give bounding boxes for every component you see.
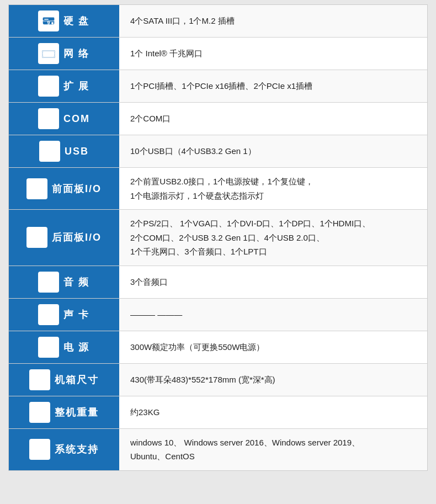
label-cell-rear-io: 后面板I/O	[9, 210, 119, 266]
value-text-audio: 3个音频口	[130, 275, 168, 289]
label-cell-expansion: 扩 展	[9, 70, 119, 102]
label-text-rear-io: 后面板I/O	[52, 231, 102, 244]
label-cell-weight: KG 整机重量	[9, 396, 119, 428]
svg-rect-53	[40, 443, 46, 449]
svg-rect-8	[44, 55, 45, 56]
label-cell-hard-disk: 9 硬 盘	[9, 5, 119, 37]
svg-rect-11	[51, 55, 52, 56]
svg-rect-35	[33, 235, 36, 237]
label-text-network: 网 络	[63, 47, 89, 60]
svg-rect-27	[46, 150, 54, 152]
svg-text:KG: KG	[37, 416, 42, 420]
label-text-os: 系统支持	[55, 443, 99, 456]
hdd-icon: 9	[38, 10, 59, 31]
row-os: 系统支持windows 10、 Windows server 2016、Wind…	[9, 429, 427, 470]
row-hard-disk: 9 硬 盘4个SATA III口，1个M.2 插槽	[9, 5, 427, 38]
svg-rect-10	[49, 55, 50, 56]
weight-icon: KG	[29, 402, 50, 423]
label-cell-network: 网 络	[9, 38, 119, 70]
label-text-chassis-size: 机箱尺寸	[55, 373, 99, 386]
expansion-icon	[38, 76, 59, 97]
label-text-com: COM	[63, 113, 90, 125]
value-cell-front-io: 2个前置USB2.0接口，1个电源按键，1个复位键，1个电源指示灯，1个硬盘状态…	[119, 168, 427, 209]
value-text-chassis-size: 430(带耳朵483)*552*178mm (宽*深*高)	[130, 373, 275, 387]
label-cell-chassis-size: 机箱尺寸	[9, 364, 119, 396]
com-icon	[38, 108, 59, 129]
svg-rect-55	[40, 450, 46, 455]
row-audio: 音 频3个音频口	[9, 266, 427, 299]
row-usb: USB10个USB口（4个USB3.2 Gen 1）	[9, 135, 427, 168]
svg-point-22	[48, 118, 49, 119]
svg-point-21	[46, 118, 47, 119]
value-text-sound-card: ——— ———	[130, 307, 182, 322]
row-com: COM2个COM口	[9, 103, 427, 135]
value-cell-network: 1个 Intel® 千兆网口	[119, 38, 427, 70]
row-power: 电 源300W额定功率（可更换550W电源）	[9, 331, 427, 364]
value-text-usb: 10个USB口（4个USB3.2 Gen 1）	[130, 144, 256, 158]
value-cell-os: windows 10、 Windows server 2016、Windows …	[119, 429, 427, 470]
svg-rect-31	[38, 186, 41, 188]
value-cell-weight: 约23KG	[119, 396, 427, 428]
value-cell-sound-card: ——— ———	[119, 299, 427, 331]
audio-icon	[38, 304, 59, 325]
panel-icon	[26, 227, 47, 248]
value-text-weight: 约23KG	[130, 405, 159, 420]
panel-icon	[26, 178, 47, 199]
svg-point-45	[36, 376, 38, 378]
value-text-expansion: 1个PCI插槽、1个PCIe x16插槽、2个PCIe x1插槽	[130, 79, 312, 93]
row-sound-card: 声 卡——— ———	[9, 299, 427, 331]
value-cell-expansion: 1个PCI插槽、1个PCIe x16插槽、2个PCIe x1插槽	[119, 70, 427, 102]
svg-rect-30	[33, 186, 36, 188]
row-network: 网 络1个 Intel® 千兆网口	[9, 38, 427, 70]
value-cell-audio: 3个音频口	[119, 266, 427, 298]
usb-icon	[39, 141, 60, 162]
value-cell-com: 2个COM口	[119, 103, 427, 135]
value-cell-power: 300W额定功率（可更换550W电源）	[119, 331, 427, 363]
svg-rect-52	[34, 443, 39, 449]
row-rear-io: 后面板I/O2个PS/2口、 1个VGA口、1个DVI-D口、1个DP口、1个H…	[9, 210, 427, 266]
value-text-front-io: 2个前置USB2.0接口，1个电源按键，1个复位键，1个电源指示灯，1个硬盘状态…	[130, 174, 313, 203]
label-text-power: 电 源	[63, 341, 89, 354]
label-cell-com: COM	[9, 103, 119, 135]
label-cell-audio: 音 频	[9, 266, 119, 298]
row-chassis-size: 机箱尺寸430(带耳朵483)*552*178mm (宽*深*高)	[9, 364, 427, 396]
value-text-network: 1个 Intel® 千兆网口	[130, 46, 203, 61]
svg-point-25	[53, 118, 54, 119]
svg-point-40	[47, 280, 50, 283]
value-text-power: 300W额定功率（可更换550W电源）	[130, 340, 264, 354]
label-text-audio: 音 频	[63, 275, 89, 289]
label-text-hard-disk: 硬 盘	[63, 14, 89, 28]
label-text-usb: USB	[65, 146, 89, 157]
label-text-expansion: 扩 展	[63, 79, 89, 93]
label-cell-usb: USB	[9, 135, 119, 167]
value-text-hard-disk: 4个SATA III口，1个M.2 插槽	[130, 14, 235, 28]
value-text-rear-io: 2个PS/2口、 1个VGA口、1个DVI-D口、1个DP口、1个HDMI口、2…	[130, 216, 370, 259]
svg-rect-9	[46, 55, 47, 56]
label-text-weight: 整机重量	[55, 406, 99, 419]
svg-point-24	[51, 118, 52, 119]
label-cell-power: 电 源	[9, 331, 119, 363]
svg-rect-29	[31, 184, 42, 194]
svg-point-19	[43, 118, 44, 119]
value-cell-rear-io: 2个PS/2口、 1个VGA口、1个DVI-D口、1个DP口、1个HDMI口、2…	[119, 210, 427, 266]
row-expansion: 扩 展1个PCI插槽、1个PCIe x16插槽、2个PCIe x1插槽	[9, 70, 427, 103]
os-icon	[29, 439, 50, 460]
power-icon	[38, 337, 59, 358]
svg-point-23	[50, 118, 51, 119]
row-front-io: 前面板I/O2个前置USB2.0接口，1个电源按键，1个复位键，1个电源指示灯，…	[9, 168, 427, 210]
value-cell-chassis-size: 430(带耳朵483)*552*178mm (宽*深*高)	[119, 364, 427, 396]
svg-rect-34	[31, 232, 42, 242]
value-cell-hard-disk: 4个SATA III口，1个M.2 插槽	[119, 5, 427, 37]
label-text-front-io: 前面板I/O	[52, 182, 102, 195]
audio-icon	[38, 272, 59, 293]
svg-rect-36	[38, 235, 41, 237]
svg-point-2	[51, 22, 54, 24]
svg-rect-54	[34, 450, 39, 455]
label-text-sound-card: 声 卡	[63, 308, 89, 321]
label-cell-sound-card: 声 卡	[9, 299, 119, 331]
svg-rect-6	[42, 51, 55, 57]
svg-line-50	[40, 412, 42, 414]
chassis-icon	[29, 369, 50, 390]
value-text-com: 2个COM口	[130, 112, 171, 126]
label-cell-front-io: 前面板I/O	[9, 168, 119, 209]
